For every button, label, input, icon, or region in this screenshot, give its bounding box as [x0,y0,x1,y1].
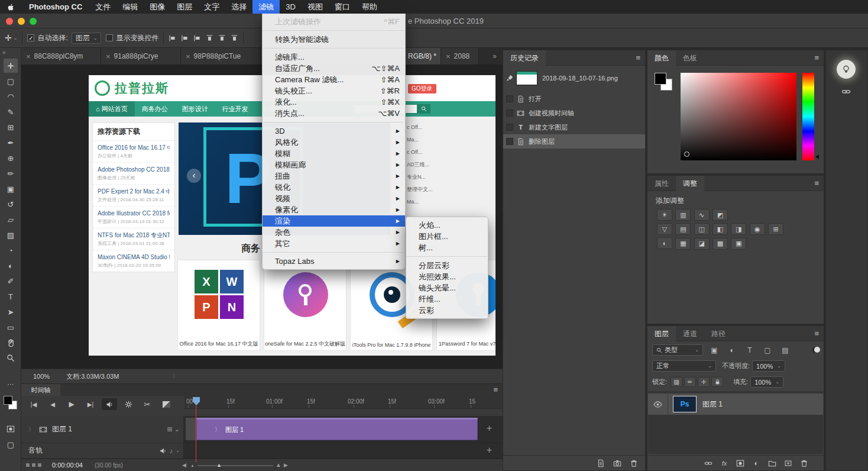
add-media-button[interactable]: + [487,423,492,434]
foreground-color-swatch[interactable] [655,73,666,85]
foreground-color-swatch[interactable] [4,396,12,405]
lock-pixels-icon[interactable]: ✏ [684,377,696,387]
adjustment-icon-levels[interactable]: ▥ [675,209,691,221]
shape-tool[interactable]: ▭ [4,320,18,334]
history-source-well[interactable] [506,95,513,102]
tab-adjustments[interactable]: 调整 [676,176,704,191]
transition-button[interactable] [158,398,174,410]
timeline-ruler[interactable]: 00 15f 01:00f 15f 02:00f 15f 03:00f 15 [184,396,503,409]
panel-menu-icon[interactable]: ≡ [814,329,824,338]
hue-slider-marker[interactable] [815,154,819,159]
new-adjustment-layer-button[interactable]: ◐ [750,458,763,469]
healing-brush-tool[interactable]: ⊕ [4,151,18,165]
menu-item-filter-gallery[interactable]: 滤镜库... [263,51,405,63]
current-tool-icon[interactable]: ✛ ⌄ [5,33,17,43]
fill-value[interactable]: 100% ⌄ [750,376,783,388]
adjustment-icon-curves[interactable]: ∿ [694,209,710,221]
menu-item-other[interactable]: 其它▶ [263,238,405,249]
zoom-level[interactable]: 100% [33,373,50,380]
menu-layer[interactable]: 图层 [171,0,198,14]
lock-position-icon[interactable]: ✛ [698,377,710,387]
edit-toolbar-button[interactable]: ⋯ [4,377,18,391]
lock-transparency-icon[interactable]: ▨ [671,377,682,387]
close-tab-icon[interactable]: × [446,52,451,61]
adjustment-icon-color-lookup[interactable]: ⊞ [768,223,783,235]
apple-menu[interactable] [0,0,22,14]
new-group-button[interactable] [766,458,779,469]
timeline-nav-icon[interactable] [32,463,35,467]
timeline-tab[interactable]: 时间轴 [21,384,60,396]
zoom-in-icon[interactable]: ▶ [284,462,288,468]
eyedropper-tool[interactable]: ✒ [4,136,18,150]
hue-slider[interactable] [802,73,814,160]
menu-item-noise[interactable]: 杂色▶ [263,227,405,238]
new-document-from-state-button[interactable] [597,459,605,467]
path-selection-tool[interactable]: ➤ [4,305,18,319]
new-layer-button[interactable] [782,458,795,469]
history-step[interactable]: T 新建文字图层 [503,120,645,134]
tab-layers[interactable]: 图层 [647,326,676,341]
color-field[interactable] [681,73,796,160]
filter-pixel-layers-icon[interactable]: ▣ [708,345,721,356]
menu-view[interactable]: 视图 [302,0,329,14]
blend-mode-dropdown[interactable]: 正常 ⌄ [652,360,716,372]
auto-select-checkbox[interactable]: ✓ [27,34,34,41]
tab-channels[interactable]: 通道 [676,326,704,341]
panel-menu-icon[interactable]: ≡ [814,179,824,188]
menu-item-adaptive-wide-angle[interactable]: 自适应广角...⌥⇧⌘A [263,63,405,74]
timeline-settings-button[interactable] [121,398,136,410]
tab-overflow-button[interactable]: » [493,52,503,60]
history-source-well[interactable] [506,138,513,145]
menu-item-convert-smart-filters[interactable]: 转换为智能滤镜 [263,34,405,45]
tab-paths[interactable]: 路径 [704,326,733,341]
expand-clip-icon[interactable]: 〉 [215,425,221,434]
align-right-icon[interactable] [193,34,201,42]
split-clip-button[interactable]: ✂ [140,398,155,410]
document-tab[interactable]: × 2088 [441,48,479,64]
delete-state-button[interactable] [630,459,638,467]
zoom-out-icon[interactable]: ◀ [182,462,186,468]
filter-type-layers-icon[interactable]: T [743,345,756,356]
menu-type[interactable]: 文字 [198,0,225,14]
align-middle-icon[interactable] [218,34,226,42]
menu-item-clouds[interactable]: 云彩 [406,305,488,316]
menu-item-sharpen[interactable]: 锐化▶ [263,182,405,193]
audio-speaker-icon[interactable] [160,447,167,454]
menu-image[interactable]: 图像 [144,0,171,14]
align-bottom-icon[interactable] [231,34,238,42]
close-tab-icon[interactable]: × [106,52,111,61]
expand-track-icon[interactable]: 〉 [28,425,34,434]
history-step-selected[interactable]: 删除图层 [503,134,645,149]
link-layers-button[interactable] [702,458,715,469]
menu-item-stylize[interactable]: 风格化▶ [263,137,405,148]
menu-filter[interactable]: 滤镜 [252,0,280,14]
menu-item-flame[interactable]: 火焰... [406,220,488,231]
menu-item-liquify[interactable]: 液化...⇧⌘X [263,96,405,108]
pen-tool[interactable]: ✐ [4,274,18,288]
menu-help[interactable]: 帮助 [356,0,383,14]
adjustment-icon-hue-saturation[interactable]: ▤ [675,223,691,235]
chevron-down-icon[interactable]: ⌄ [176,448,180,453]
mute-audio-button[interactable] [102,398,117,410]
tab-properties[interactable]: 属性 [647,176,676,191]
gradient-tool[interactable]: ▨ [4,228,18,242]
auto-select-dropdown[interactable]: 图层 ⌄ [72,33,102,44]
menu-item-distort[interactable]: 扭曲▶ [263,170,405,182]
layer-name[interactable]: 图层 1 [702,399,723,409]
play-button[interactable]: ▶ [64,398,79,410]
screen-mode-button[interactable]: ▢ [4,437,18,451]
tab-color[interactable]: 颜色 [647,50,676,66]
quick-selection-tool[interactable]: ✎ [4,105,18,119]
document-tab[interactable]: × 98P888piCTue [181,48,261,64]
menu-item-blur-gallery[interactable]: 模糊画廊▶ [263,159,405,170]
history-brush-source-icon[interactable] [506,75,513,82]
adjustment-icon-brightness-contrast[interactable]: ☀ [657,209,672,221]
menu-select[interactable]: 选择 [225,0,252,14]
lasso-tool[interactable]: ◠ [4,89,18,104]
panel-menu-icon[interactable]: ≡ [814,53,824,62]
adjustment-icon-invert[interactable]: ◐ [657,237,672,249]
history-brush-tool[interactable]: ↺ [4,197,18,211]
close-tab-icon[interactable]: × [186,52,190,61]
timeline-nav-icon[interactable] [38,463,41,467]
history-snapshot-row[interactable]: 2018-09-18_10-07-16.png [503,69,645,87]
